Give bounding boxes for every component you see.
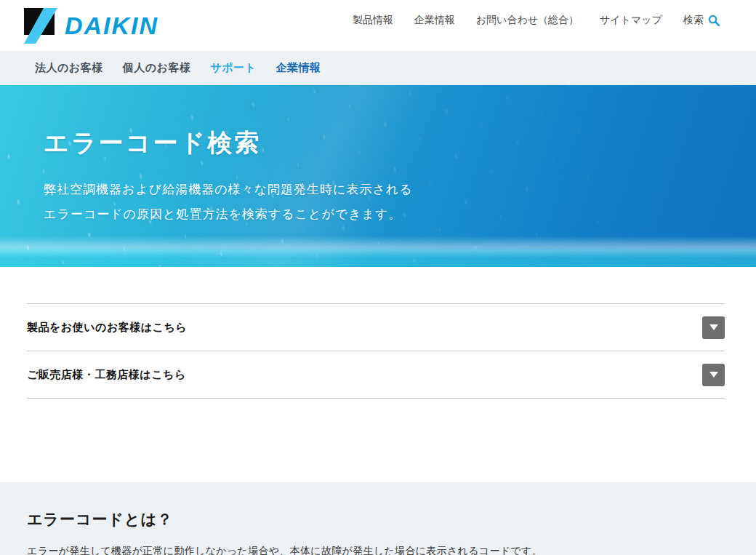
daikin-logo[interactable]: DAIKIN [24,6,177,44]
hero-content: エラーコード検索 弊社空調機器および給湯機器の様々な問題発生時に表示される エラ… [0,85,756,227]
accordion-label: 製品をお使いのお客様はこちら [27,321,187,335]
daikin-logo-text: DAIKIN [65,12,158,39]
utility-link-label: お問い合わせ（総合） [476,14,579,27]
main-nav: 法人のお客様 個人のお客様 サポート 企業情報 [0,51,756,85]
accordion-row-product-users[interactable]: 製品をお使いのお客様はこちら [27,304,725,351]
info-section-body: エラーが発生して機器が正常に動作しなかった場合や、本体に故障が発生した場合に表示… [27,545,725,555]
utility-link-label: 企業情報 [414,14,455,27]
page-title: エラーコード検索 [44,127,756,160]
accordion-toggle-button[interactable] [702,316,725,339]
utility-link-label: 製品情報 [353,14,393,27]
utility-link-corporate[interactable]: 企業情報 [414,14,455,27]
utility-link-search[interactable]: 検索 [683,14,720,27]
site-header: DAIKIN 製品情報 企業情報 お問い合わせ（総合） サイトマップ 検索 [0,0,756,51]
accordion-section: 製品をお使いのお客様はこちら ご販売店様・工務店様はこちら [0,303,756,482]
utility-link-contact[interactable]: お問い合わせ（総合） [476,14,579,27]
utility-link-products[interactable]: 製品情報 [353,14,393,27]
utility-link-label: 検索 [683,14,704,27]
hero-description-line2: エラーコードの原因と処置方法を検索することができます。 [44,207,401,221]
daikin-error-code-search-page: DAIKIN 製品情報 企業情報 お問い合わせ（総合） サイトマップ 検索 法人… [0,0,756,555]
accordion-label: ご販売店様・工務店様はこちら [27,368,186,382]
accordion-toggle-button[interactable] [702,364,725,386]
hero-banner: エラーコード検索 弊社空調機器および給湯機器の様々な問題発生時に表示される エラ… [0,85,756,267]
main-nav-corporate-customers[interactable]: 法人のお客様 [35,61,103,75]
main-nav-support[interactable]: サポート [210,61,256,75]
chevron-down-icon [709,372,718,378]
utility-nav: 製品情報 企業情報 お問い合わせ（総合） サイトマップ 検索 [353,0,720,41]
daikin-logo-graphic: DAIKIN [24,6,177,44]
accordion-row-dealers[interactable]: ご販売店様・工務店様はこちら [27,351,725,398]
chevron-down-icon [709,324,718,330]
info-section-title: エラーコードとは？ [27,509,725,530]
search-icon [708,15,720,26]
utility-link-sitemap[interactable]: サイトマップ [600,14,662,27]
divider [27,398,725,399]
hero-description-line1: 弊社空調機器および給湯機器の様々な問題発生時に表示される [44,183,413,196]
main-nav-company-info[interactable]: 企業情報 [276,61,321,75]
main-nav-individual-customers[interactable]: 個人のお客様 [123,61,191,75]
hero-description: 弊社空調機器および給湯機器の様々な問題発生時に表示される エラーコードの原因と処… [44,177,756,227]
utility-link-label: サイトマップ [600,14,662,27]
error-code-info-section: エラーコードとは？ エラーが発生して機器が正常に動作しなかった場合や、本体に故障… [0,482,756,555]
